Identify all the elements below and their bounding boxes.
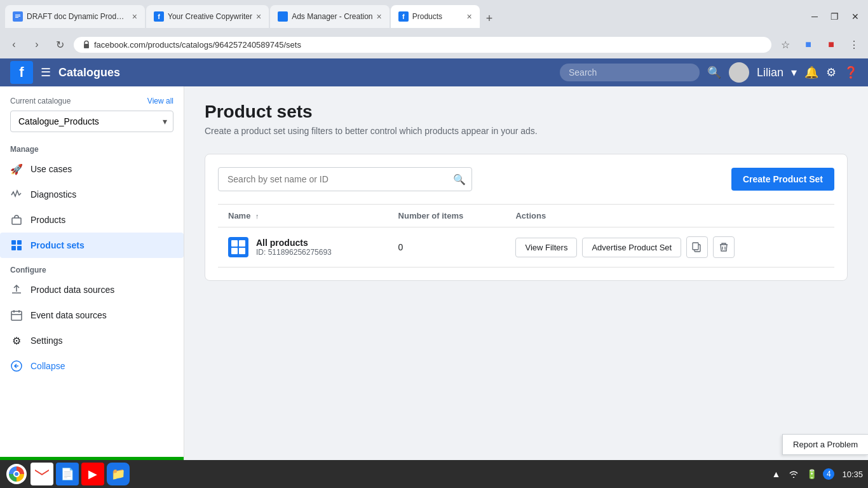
- fb-header: f ☰ Catalogues 🔍 Lilian ▾ 🔔 ⚙ ❓: [0, 58, 868, 86]
- global-search-button[interactable]: 🔍: [707, 65, 721, 79]
- bookmark-button[interactable]: ☆: [776, 36, 794, 53]
- col-num-items-label: Number of items: [398, 211, 464, 220]
- browser-chrome: DRAFT doc Dynamic Product Ad... × f Your…: [0, 0, 868, 33]
- browser-tab-1[interactable]: DRAFT doc Dynamic Product Ad... ×: [5, 5, 145, 28]
- num-items-value: 0: [398, 242, 403, 252]
- tab-3-close[interactable]: ×: [377, 11, 382, 22]
- favicon-3: [278, 11, 288, 22]
- copy-icon: [692, 242, 702, 252]
- col-name[interactable]: Name ↑: [218, 205, 388, 227]
- svg-rect-9: [17, 246, 22, 250]
- report-problem-button[interactable]: Report a Problem: [782, 434, 868, 455]
- facebook-app: f ☰ Catalogues 🔍 Lilian ▾ 🔔 ⚙ ❓ Current …: [0, 58, 868, 488]
- delete-button[interactable]: [713, 236, 735, 258]
- taskbar-docs-icon[interactable]: 📄: [56, 463, 79, 485]
- header-icons: Lilian ▾ 🔔 ⚙ ❓: [729, 62, 858, 83]
- create-product-set-button[interactable]: Create Product Set: [731, 168, 834, 191]
- product-icon-sq-3: [231, 248, 238, 254]
- chevron-down-icon[interactable]: ▾: [791, 65, 797, 79]
- page-title: Product sets: [205, 102, 848, 122]
- view-all-link[interactable]: View all: [147, 97, 173, 105]
- header-title: Catalogues: [58, 66, 552, 79]
- taskbar: 📄 ▶ 📁 ▲ 🔋 4 10:35: [0, 460, 868, 488]
- tab-4-close[interactable]: ×: [467, 11, 472, 22]
- svg-rect-4: [84, 44, 89, 48]
- sidebar: Current catalogue View all Catalogue_Pro…: [0, 86, 184, 488]
- minimize-button[interactable]: ─: [808, 10, 822, 23]
- extension-button-2[interactable]: ■: [822, 36, 840, 53]
- browser-tab-2[interactable]: f Your Creative Copywriter ×: [146, 5, 269, 28]
- num-items-cell: 0: [388, 227, 506, 268]
- taskbar-gmail-icon[interactable]: [31, 463, 53, 485]
- trash-icon: [719, 242, 729, 252]
- col-actions-label: Actions: [515, 211, 546, 220]
- taskbar-time: 10:35: [842, 470, 863, 479]
- product-name-cell: All products ID: 511896256275693: [228, 237, 378, 257]
- bell-icon[interactable]: 🔔: [804, 65, 818, 79]
- notification-count: 4: [823, 468, 834, 480]
- user-name: Lilian: [757, 66, 783, 79]
- sidebar-use-cases-label: Use cases: [31, 164, 72, 174]
- event-icon: [10, 309, 23, 322]
- maximize-button[interactable]: ❐: [827, 10, 843, 23]
- catalogue-select[interactable]: Catalogue_Products: [10, 111, 173, 132]
- page-subtitle: Create a product set using filters to be…: [205, 126, 848, 136]
- main-content: Product sets Create a product set using …: [184, 86, 868, 488]
- product-sets-table: Name ↑ Number of items Actions: [218, 204, 834, 268]
- taskbar-system-icons: ▲ 🔋 4: [770, 468, 834, 480]
- sidebar-item-product-sets[interactable]: Product sets: [0, 233, 184, 258]
- view-filters-button[interactable]: View Filters: [515, 238, 577, 257]
- taskbar-files-icon[interactable]: 📁: [107, 463, 130, 485]
- current-cat-label: Current catalogue: [10, 97, 71, 105]
- global-search-input[interactable]: [560, 64, 700, 81]
- sidebar-diagnostics-label: Diagnostics: [31, 189, 76, 200]
- new-tab-button[interactable]: +: [481, 10, 498, 28]
- sidebar-item-event-data-sources[interactable]: Event data sources: [0, 302, 184, 328]
- sort-asc-icon: ↑: [255, 212, 259, 220]
- search-icon: 🔍: [453, 173, 466, 186]
- sidebar-item-use-cases[interactable]: 🚀 Use cases: [0, 156, 184, 182]
- hamburger-icon[interactable]: ☰: [41, 65, 51, 79]
- search-input[interactable]: [218, 167, 472, 191]
- sidebar-item-settings[interactable]: ⚙ Settings: [0, 328, 184, 353]
- copy-button[interactable]: [686, 236, 708, 258]
- extension-button-1[interactable]: ■: [799, 36, 817, 53]
- sidebar-eds-label: Event data sources: [31, 310, 107, 320]
- forward-button[interactable]: ›: [28, 36, 46, 53]
- product-sets-icon: [10, 239, 23, 252]
- help-icon[interactable]: ❓: [844, 65, 858, 79]
- browser-window-controls: ─ ❐ ✕: [808, 10, 863, 23]
- diagnostics-icon: [10, 188, 23, 201]
- taskbar-system-icon[interactable]: [5, 463, 28, 485]
- browser-tab-3[interactable]: Ads Manager - Creation ×: [270, 5, 390, 28]
- product-icon-sq-1: [231, 240, 238, 247]
- svg-rect-8: [11, 246, 16, 250]
- card-toolbar: 🔍 Create Product Set: [218, 167, 834, 191]
- menu-button[interactable]: ⋮: [845, 36, 863, 53]
- sidebar-item-product-data-sources[interactable]: Product data sources: [0, 277, 184, 302]
- user-avatar[interactable]: [729, 62, 749, 83]
- reload-button[interactable]: ↻: [51, 36, 69, 53]
- browser-tabs: DRAFT doc Dynamic Product Ad... × f Your…: [5, 5, 800, 28]
- battery-icon: 🔋: [805, 468, 818, 480]
- sidebar-item-collapse[interactable]: Collapse: [0, 353, 184, 379]
- sidebar-item-products[interactable]: Products: [0, 207, 184, 233]
- taskbar-right: ▲ 🔋 4 10:35: [770, 468, 863, 480]
- address-bar[interactable]: facebook.com/products/catalogs/964257240…: [74, 37, 771, 53]
- advertise-product-set-button[interactable]: Advertise Product Set: [582, 238, 681, 257]
- svg-rect-6: [11, 240, 16, 245]
- svg-rect-13: [693, 243, 698, 250]
- table-header: Name ↑ Number of items Actions: [218, 205, 834, 227]
- taskbar-youtube-icon[interactable]: ▶: [81, 463, 104, 485]
- upload-icon: [10, 283, 23, 296]
- browser-tab-4[interactable]: f Products ×: [391, 5, 480, 28]
- tab-1-close[interactable]: ×: [132, 11, 137, 22]
- col-actions: Actions: [505, 205, 834, 227]
- configure-section-label: Configure: [0, 258, 184, 277]
- svg-rect-10: [11, 311, 22, 320]
- close-button[interactable]: ✕: [848, 10, 863, 23]
- back-button[interactable]: ‹: [5, 36, 23, 53]
- tab-2-close[interactable]: ×: [256, 11, 261, 22]
- settings-icon[interactable]: ⚙: [826, 65, 836, 79]
- sidebar-item-diagnostics[interactable]: Diagnostics: [0, 182, 184, 207]
